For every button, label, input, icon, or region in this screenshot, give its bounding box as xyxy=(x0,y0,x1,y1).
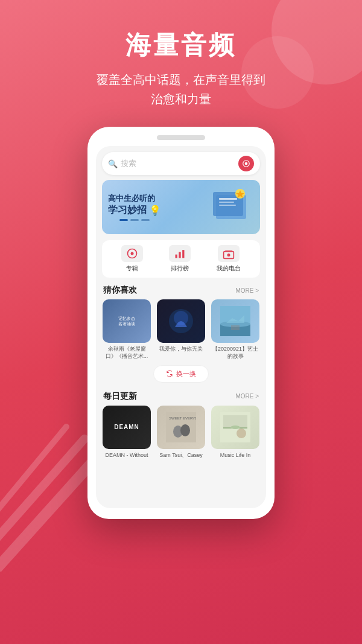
sub-title-line2: 治愈和力量 xyxy=(151,92,211,106)
recommend-card-3[interactable]: 【20200921】艺士的故事 xyxy=(211,299,260,360)
daily-card-2[interactable]: SWEET EVERYDAY Sam Tsui、Casey xyxy=(156,406,206,459)
sub-title-line1: 覆盖全高中话题，在声音里得到 xyxy=(97,73,265,86)
recommend-thumb-2 xyxy=(157,299,205,343)
phone-notch xyxy=(157,135,205,140)
daily-card-1[interactable]: DEAMN DEAMN - Without xyxy=(102,406,151,459)
ranking-icon xyxy=(169,245,191,262)
daily-title: 每日更新 xyxy=(103,391,137,402)
recommend-more[interactable]: MORE > xyxy=(235,287,259,294)
svg-rect-7 xyxy=(219,198,237,200)
daily-section-header: 每日更新 MORE > xyxy=(96,389,266,406)
refresh-button[interactable]: 换一换 xyxy=(153,365,209,383)
search-icon: 🔍 xyxy=(108,159,118,168)
recommend-card-grid: 记忆多态名著诵读 余秋雨《老屋窗口》《播音艺术... xyxy=(96,299,266,360)
phone-wrapper: 🔍 搜索 高中生必听的 学习妙招 💡 xyxy=(0,127,362,519)
daily-card-grid: DEAMN DEAMN - Without SWEET EVERYDAY xyxy=(96,406,266,459)
recommend-card-1[interactable]: 记忆多态名著诵读 余秋雨《老屋窗口》《播音艺术... xyxy=(102,299,151,360)
phone-mockup: 🔍 搜索 高中生必听的 学习妙招 💡 xyxy=(87,127,275,519)
recommend-label-2: 我爱你，与你无关 xyxy=(159,346,203,353)
recommend-title: 猜你喜欢 xyxy=(103,285,137,296)
daily-card-3[interactable]: Music Life In xyxy=(211,406,260,459)
phone-screen: 🔍 搜索 高中生必听的 学习妙招 💡 xyxy=(96,146,266,508)
quick-item-myradio[interactable]: 我的电台 xyxy=(217,245,241,273)
refresh-label: 换一换 xyxy=(176,369,196,378)
svg-point-18 xyxy=(227,253,230,257)
banner-dot-1 xyxy=(119,219,128,221)
sub-title: 覆盖全高中话题，在声音里得到 治愈和力量 xyxy=(0,70,362,109)
deamn-text: DEAMN xyxy=(114,424,139,430)
banner-illustration xyxy=(207,183,255,231)
recommend-card-2[interactable]: 我爱你，与你无关 xyxy=(156,299,206,360)
svg-rect-26 xyxy=(231,325,240,330)
radio-icon[interactable] xyxy=(238,156,254,171)
recommend-label-1: 余秋雨《老屋窗口》《播音艺术... xyxy=(103,346,151,360)
daily-more[interactable]: MORE > xyxy=(235,393,259,400)
quick-item-ranking[interactable]: 排行榜 xyxy=(169,245,191,273)
refresh-icon xyxy=(166,370,173,377)
svg-rect-14 xyxy=(175,255,177,258)
banner[interactable]: 高中生必听的 学习妙招 💡 xyxy=(102,180,260,234)
daily-label-2: Sam Tsui、Casey xyxy=(159,452,202,459)
banner-dot-2 xyxy=(130,219,139,221)
svg-point-35 xyxy=(237,429,246,438)
myradio-label: 我的电台 xyxy=(217,264,241,273)
banner-decoration xyxy=(207,183,255,231)
svg-point-30 xyxy=(180,424,190,436)
banner-dots xyxy=(108,219,161,221)
myradio-icon xyxy=(218,245,240,262)
daily-thumb-2: SWEET EVERYDAY xyxy=(157,406,205,449)
daily-label-3: Music Life In xyxy=(220,452,251,459)
quick-item-album[interactable]: 专辑 xyxy=(121,245,143,273)
svg-point-13 xyxy=(130,252,133,255)
svg-rect-15 xyxy=(179,252,180,258)
banner-dot-3 xyxy=(141,219,150,221)
recommend-thumb-3 xyxy=(211,299,259,343)
svg-rect-19 xyxy=(225,250,232,252)
album-label: 专辑 xyxy=(126,264,138,273)
svg-text:SWEET EVERYDAY: SWEET EVERYDAY xyxy=(169,416,196,420)
daily-label-1: DEAMN - Without xyxy=(105,452,148,459)
banner-title: 高中生必听的 xyxy=(108,194,161,204)
svg-rect-8 xyxy=(219,202,234,203)
search-bar[interactable]: 🔍 搜索 xyxy=(102,152,260,175)
header-section: 海量音频 覆盖全高中话题，在声音里得到 治愈和力量 xyxy=(0,0,362,109)
search-input[interactable]: 搜索 xyxy=(121,158,238,169)
banner-subtitle: 学习妙招 💡 xyxy=(108,204,161,217)
svg-point-34 xyxy=(230,426,240,429)
main-title: 海量音频 xyxy=(0,30,362,60)
quick-menu: 专辑 排行榜 xyxy=(102,240,260,278)
recommend-label-3: 【20200921】艺士的故事 xyxy=(211,346,259,360)
svg-rect-16 xyxy=(182,250,184,258)
daily-thumb-1: DEAMN xyxy=(103,406,151,449)
album-icon xyxy=(121,245,143,262)
recommend-section-header: 猜你喜欢 MORE > xyxy=(96,282,266,299)
recommend-thumb-1: 记忆多态名著诵读 xyxy=(103,299,151,343)
svg-rect-9 xyxy=(219,205,236,206)
banner-text: 高中生必听的 学习妙招 💡 xyxy=(108,194,161,221)
background: 海量音频 覆盖全高中话题，在声音里得到 治愈和力量 🔍 搜索 xyxy=(0,0,362,644)
ranking-label: 排行榜 xyxy=(171,264,189,273)
svg-point-3 xyxy=(245,162,248,165)
daily-thumb-3 xyxy=(211,406,259,449)
